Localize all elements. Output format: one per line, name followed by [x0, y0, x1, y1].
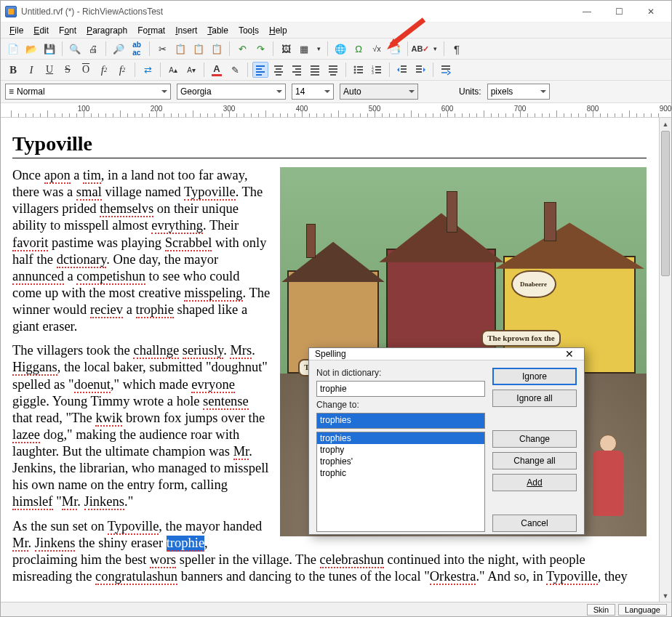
menu-file[interactable]: File [5, 24, 28, 37]
menu-font[interactable]: Font [55, 24, 81, 37]
align-right-icon[interactable] [289, 62, 305, 78]
menu-edit[interactable]: Edit [29, 24, 53, 37]
change-button[interactable]: Change [492, 430, 577, 448]
menu-tools[interactable]: Tools [234, 24, 263, 37]
suggestion-item[interactable]: trophies [317, 432, 484, 444]
scroll-thumb[interactable] [661, 131, 670, 276]
save-icon[interactable]: 💾 [41, 41, 57, 57]
suggestions-list[interactable]: trophiestrophytrophies'trophic [316, 432, 485, 532]
align-left-icon[interactable] [252, 62, 268, 78]
find-icon[interactable]: 🔎 [111, 41, 127, 57]
status-skin-button[interactable]: Skin [587, 604, 615, 616]
scroll-up-icon[interactable]: ▲ [660, 118, 671, 130]
toolbar-main: 📄 📂 💾 🔍 🖨 🔎 abac ✂ 📋 📋 📋 ↶ ↷ 🖼 ▦ ▾ 🌐 Ω √… [1, 39, 671, 60]
subscript-button[interactable]: f2 [96, 62, 112, 78]
vertical-scrollbar[interactable]: ▲ ▼ [659, 118, 671, 602]
suggestion-item[interactable]: trophic [317, 467, 484, 479]
spellcheck-dropdown-icon[interactable]: ▾ [431, 41, 439, 57]
svg-point-22 [354, 72, 356, 74]
outdent-icon[interactable] [394, 62, 410, 78]
add-button[interactable]: Add [492, 474, 577, 491]
change-to-input[interactable]: trophies [316, 413, 485, 429]
italic-button[interactable]: I [23, 62, 39, 78]
paste-icon[interactable]: 📋 [191, 41, 207, 57]
svg-point-20 [354, 66, 356, 68]
print-preview-icon[interactable]: 🔍 [67, 41, 83, 57]
insert-table-icon[interactable]: ▦ [296, 41, 312, 57]
minimize-button[interactable]: — [571, 1, 603, 22]
style-value[interactable] [17, 86, 167, 97]
font-value[interactable] [180, 86, 282, 97]
object-icon[interactable]: 📑 [387, 41, 403, 57]
units-value[interactable] [491, 86, 546, 97]
size-combo[interactable] [292, 84, 334, 100]
not-in-dict-input[interactable] [316, 381, 485, 397]
menu-insert[interactable]: Insert [171, 24, 201, 37]
shrink-font-icon[interactable]: A▾ [183, 62, 199, 78]
align-justify-icon[interactable] [307, 62, 323, 78]
insert-table-dropdown-icon[interactable]: ▾ [314, 41, 323, 57]
paste-special-icon[interactable]: 📋 [209, 41, 225, 57]
spellcheck-icon[interactable]: AB✓ [412, 41, 428, 57]
pilcrow-icon[interactable]: ¶ [449, 41, 465, 57]
indent-icon[interactable] [412, 62, 428, 78]
equation-icon[interactable]: √x [369, 41, 385, 57]
menubar: File Edit Font Paragraph Format Insert T… [1, 23, 671, 39]
suggestion-item[interactable]: trophies' [317, 456, 484, 467]
statusbar: Skin Language [1, 602, 671, 616]
status-language-button[interactable]: Language [618, 604, 667, 616]
overline-button[interactable]: O [78, 62, 94, 78]
units-combo[interactable] [487, 84, 550, 100]
menu-help[interactable]: Help [265, 24, 292, 37]
toolbar-format: B I U S O f2 f2 ⇄ A▴ A▾ A ✎ 123 [1, 60, 671, 81]
bullets-icon[interactable] [351, 62, 367, 78]
undo-icon[interactable]: ↶ [234, 41, 250, 57]
symbol-icon[interactable]: Ω [351, 41, 367, 57]
sign-oval: Dnabeere [511, 270, 556, 298]
maximize-button[interactable]: ☐ [603, 1, 635, 22]
hyperlink-icon[interactable]: 🌐 [332, 41, 348, 57]
print-icon[interactable]: 🖨 [85, 41, 101, 57]
open-icon[interactable]: 📂 [23, 41, 39, 57]
style-combo[interactable]: ≡ [5, 84, 171, 100]
align-distribute-icon[interactable] [325, 62, 341, 78]
menu-format[interactable]: Format [133, 24, 169, 37]
dialog-titlebar[interactable]: Spelling ✕ [309, 348, 584, 360]
zoom-combo[interactable] [340, 84, 418, 100]
ignore-all-button[interactable]: Ignore all [492, 390, 577, 407]
underline-button[interactable]: U [41, 62, 57, 78]
change-all-button[interactable]: Change all [492, 452, 577, 469]
menu-paragraph[interactable]: Paragraph [82, 24, 132, 37]
new-icon[interactable]: 📄 [5, 41, 21, 57]
svg-point-21 [354, 69, 356, 71]
menu-table[interactable]: Table [203, 24, 233, 37]
redo-icon[interactable]: ↷ [252, 41, 268, 57]
replace-icon[interactable]: abac [129, 41, 145, 57]
suggestion-item[interactable]: trophy [317, 444, 484, 456]
bold-button[interactable]: B [5, 62, 21, 78]
not-in-dict-label: Not in dictionary: [316, 368, 485, 378]
ignore-button[interactable]: Ignore [492, 368, 577, 385]
numbering-icon[interactable]: 123 [369, 62, 385, 78]
link-icon[interactable]: ⇄ [140, 62, 156, 78]
close-button[interactable]: ✕ [635, 1, 667, 22]
superscript-button[interactable]: f2 [114, 62, 130, 78]
dialog-close-icon[interactable]: ✕ [561, 348, 578, 360]
grow-font-icon[interactable]: A▴ [165, 62, 181, 78]
insert-image-icon[interactable]: 🖼 [278, 41, 294, 57]
cancel-button[interactable]: Cancel [492, 515, 577, 532]
ruler[interactable]: 100200300400500600700800900 [1, 103, 671, 118]
font-combo[interactable] [177, 84, 286, 100]
strike-button[interactable]: S [60, 62, 76, 78]
size-value[interactable] [295, 86, 330, 97]
units-label: Units: [459, 86, 481, 97]
font-color-icon[interactable]: A [209, 62, 225, 78]
cut-icon[interactable]: ✂ [154, 41, 170, 57]
scroll-down-icon[interactable]: ▼ [660, 589, 671, 602]
ltr-icon[interactable] [438, 62, 454, 78]
zoom-value[interactable] [343, 86, 415, 97]
copy-icon[interactable]: 📋 [172, 41, 188, 57]
highlight-icon[interactable]: ✎ [227, 62, 243, 78]
dialog-title: Spelling [315, 349, 346, 359]
align-center-icon[interactable] [271, 62, 287, 78]
